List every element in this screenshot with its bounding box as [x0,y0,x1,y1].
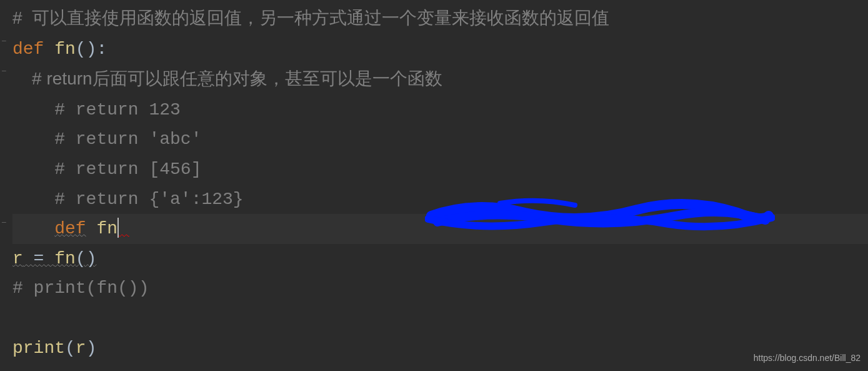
watermark-text: https://blog.csdn.net/Bill_82 [754,351,861,366]
code-line-5[interactable]: # return 'abc' [12,125,868,155]
comment-text: # return后面可以跟任意的对象，甚至可以是一个函数 [12,69,442,88]
indent [12,219,54,238]
builtin-print: print [12,338,65,358]
function-name: fn [54,39,76,59]
comment-text: # return [456] [12,160,201,179]
code-line-2[interactable]: def fn(): [12,34,868,64]
fold-marker-icon[interactable]: − [1,34,7,41]
code-line-10[interactable]: # print(fn()) [12,273,868,303]
open-paren: ( [65,338,76,358]
code-line-9[interactable]: r = fn() [12,244,868,274]
fold-marker-icon[interactable]: − [1,216,7,222]
code-line-12[interactable]: print(r) [12,333,868,363]
variable-r: r [12,249,23,268]
variable-r: r [76,338,86,358]
function-call-fn: fn [54,249,76,268]
code-line-11-blank[interactable] [12,303,868,333]
identifier-fn: fn [96,219,117,238]
editor-gutter: − − − [0,3,9,371]
call-parens: () [76,249,97,268]
comment-text: # print(fn()) [12,278,149,298]
keyword-def: def [12,39,44,59]
equals: = [23,249,54,268]
close-paren: ) [86,338,97,358]
comment-text: # return 'abc' [12,130,201,149]
comment-text: # return {'a':123} [12,190,244,209]
keyword-def: def [54,219,86,238]
code-line-6[interactable]: # return [456] [12,155,868,185]
comment-text: # 可以直接使用函数的返回值，另一种方式通过一个变量来接收函数的返回值 [12,8,609,28]
code-line-8-current[interactable]: def fn [12,214,868,244]
code-line-4[interactable]: # return 123 [12,95,868,125]
code-line-7[interactable]: # return {'a':123} [12,185,868,215]
code-line-1[interactable]: # 可以直接使用函数的返回值，另一种方式通过一个变量来接收函数的返回值 [12,3,868,34]
error-squiggle [119,219,129,238]
parens-colon: (): [76,39,107,59]
code-line-3[interactable]: # return后面可以跟任意的对象，甚至可以是一个函数 [12,64,868,95]
comment-text: # return 123 [12,100,181,119]
code-editor[interactable]: # 可以直接使用函数的返回值，另一种方式通过一个变量来接收函数的返回值 def … [12,3,868,363]
fold-marker-icon[interactable]: − [1,64,7,71]
